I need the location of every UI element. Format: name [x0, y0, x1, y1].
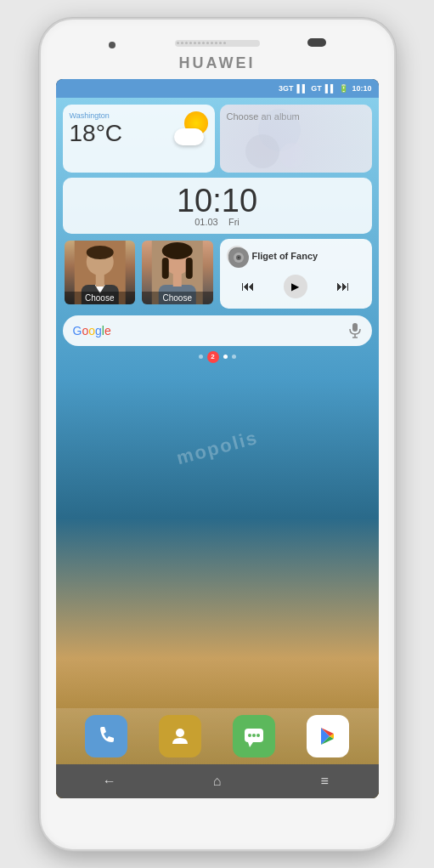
music-controls: ⏮ ▶ ⏭ [227, 271, 365, 302]
clock-widget: 10:10 01.03 Fri [63, 178, 372, 234]
page-dot-1[interactable] [199, 355, 203, 359]
svg-rect-20 [352, 323, 358, 332]
contact-1[interactable]: Choose [65, 241, 136, 304]
mic-icon[interactable] [348, 324, 362, 338]
dock-playstore-icon[interactable] [307, 715, 349, 757]
row2-clock: 10:10 01.03 Fri [63, 178, 372, 234]
phone-bottom [41, 798, 394, 849]
brand-label: HUAWEI [179, 54, 256, 72]
signal2-icon: ▌▌ [325, 84, 336, 93]
music-widget: Fliget of Fancy ⏮ ▶ ⏭ [220, 239, 372, 309]
network1-label: 3GT [279, 84, 294, 93]
play-button[interactable]: ▶ [284, 275, 307, 298]
contact1-label: Choose [65, 292, 136, 304]
dock-phone-icon[interactable] [85, 715, 127, 757]
back-button[interactable]: ← [97, 769, 122, 794]
row3-contacts-music: Choose [63, 239, 372, 309]
svg-rect-12 [162, 258, 169, 279]
svg-point-28 [256, 734, 260, 737]
network2-label: GT [311, 84, 322, 93]
music-song-row: Fliget of Fancy [227, 246, 365, 266]
svg-point-2 [279, 143, 305, 168]
next-button[interactable]: ⏭ [336, 279, 350, 294]
svg-rect-13 [186, 258, 193, 279]
screen-content: Washington 18°C Choose an album [56, 98, 379, 798]
svg-point-1 [245, 134, 279, 168]
contact2-label: Choose [142, 292, 213, 304]
page-dot-badge[interactable]: 2 [207, 351, 219, 363]
row1-widgets: Washington 18°C Choose an album [63, 105, 372, 173]
music-song-title: Fliget of Fancy [252, 251, 318, 261]
speaker-grille [175, 40, 260, 47]
signal1-icon: ▌▌ [296, 84, 307, 93]
svg-point-19 [238, 257, 240, 258]
search-bar[interactable]: Google [63, 315, 372, 346]
svg-point-11 [162, 242, 193, 259]
page-dot-3[interactable] [223, 355, 228, 359]
weather-widget: Washington 18°C [63, 105, 215, 173]
contact-2[interactable]: Choose [142, 241, 213, 304]
page-dot-4[interactable] [232, 355, 236, 359]
earpiece [307, 38, 326, 47]
svg-point-26 [248, 734, 251, 737]
battery-icon: 🔋 [339, 84, 348, 93]
home-button[interactable]: ⌂ [204, 769, 229, 794]
phone-top: HUAWEI [41, 20, 394, 79]
phone-body: HUAWEI 3GT ▌▌ GT ▌▌ 🔋 10:10 Washington 1… [39, 18, 396, 851]
svg-point-27 [252, 734, 256, 737]
cloud-icon [174, 128, 204, 145]
screen-bezel: 3GT ▌▌ GT ▌▌ 🔋 10:10 Washington 18°C [56, 79, 379, 798]
status-time: 10:10 [352, 84, 371, 93]
svg-rect-8 [95, 273, 104, 286]
bottom-dock [56, 708, 379, 764]
svg-point-23 [176, 729, 184, 737]
weather-icon [174, 111, 208, 145]
contacts-widget: Choose [63, 239, 215, 309]
menu-button[interactable]: ≡ [312, 769, 337, 794]
google-logo: Google [73, 324, 111, 338]
album-widget[interactable]: Choose an album [220, 105, 372, 173]
svg-point-5 [86, 246, 113, 259]
album-decoration [220, 105, 305, 173]
watermark: mopolis [174, 426, 261, 469]
music-album-thumbnail [227, 246, 247, 266]
svg-marker-25 [248, 742, 253, 747]
dock-messages-icon[interactable] [233, 715, 275, 757]
clock-date: 01.03 Fri [194, 217, 240, 227]
vinyl-icon [228, 247, 249, 268]
page-indicators: 2 [56, 351, 379, 363]
clock-time: 10:10 [177, 184, 257, 217]
prev-button[interactable]: ⏮ [241, 279, 255, 294]
svg-rect-15 [173, 273, 182, 286]
navigation-bar: ← ⌂ ≡ [56, 764, 379, 798]
dock-contacts-icon[interactable] [159, 715, 201, 757]
front-camera [109, 42, 116, 48]
status-bar: 3GT ▌▌ GT ▌▌ 🔋 10:10 [56, 79, 379, 98]
